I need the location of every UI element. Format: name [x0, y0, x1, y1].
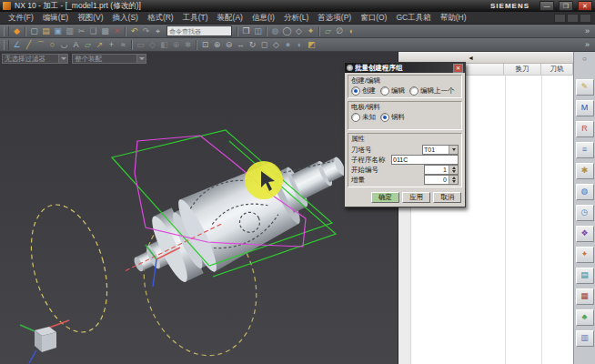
ok-button[interactable]: 确定 — [371, 192, 399, 203]
menu-assemblies[interactable]: 装配(A) — [213, 13, 247, 24]
close-button[interactable]: ✕ — [578, 1, 592, 11]
pin-icon[interactable]: ○ — [582, 55, 587, 63]
doc-close-button[interactable] — [580, 14, 591, 23]
shaded-edges-icon[interactable]: ◐ — [294, 39, 306, 51]
radio-edit[interactable]: 编辑 — [380, 86, 405, 96]
menu-format[interactable]: 格式(R) — [143, 13, 178, 24]
dialog-close-button[interactable]: ✕ — [453, 64, 463, 73]
chevron-down-icon[interactable] — [136, 55, 146, 63]
doc-minimize-button[interactable] — [554, 14, 566, 23]
view-manager-icon[interactable]: ◫ — [252, 25, 264, 37]
spin-down-icon[interactable] — [449, 180, 458, 185]
undo-icon[interactable]: ↶ — [128, 25, 140, 37]
spline-tool-icon[interactable]: ≈ — [117, 39, 129, 51]
print-icon[interactable]: ▥ — [64, 25, 76, 37]
constraint-navigator-icon[interactable]: M — [576, 100, 594, 116]
redo-icon[interactable]: ↷ — [140, 25, 152, 37]
offset-icon[interactable]: ◧ — [158, 39, 170, 51]
touch-mode-icon[interactable]: ⌖ — [152, 25, 164, 37]
fillet-tool-icon[interactable]: ◡ — [58, 39, 70, 51]
radio-steel[interactable]: 钢料 — [380, 113, 405, 122]
radio-icon[interactable] — [380, 86, 389, 96]
system-scenes-icon[interactable]: ♣ — [576, 309, 594, 326]
text-tool-icon[interactable]: A — [70, 39, 82, 51]
line-tool-icon[interactable]: ╱ — [23, 39, 35, 51]
trimetric-view-icon[interactable]: ◇ — [270, 39, 282, 51]
column-toolchange[interactable]: 换刀 — [504, 64, 541, 75]
menu-edit[interactable]: 编辑(E) — [38, 13, 73, 24]
rotate-view-icon[interactable]: ↻ — [247, 39, 258, 51]
selection-filter-dropdown[interactable]: 无选择过滤器 — [2, 54, 68, 64]
show-hide-icon[interactable]: ◐ — [346, 25, 358, 37]
model-canvas[interactable] — [0, 52, 398, 364]
menu-view[interactable]: 视图(V) — [73, 13, 107, 24]
start-number-stepper[interactable]: 1 — [424, 165, 459, 175]
menu-help[interactable]: 帮助(H) — [436, 13, 471, 24]
profile-tool-icon[interactable]: ∠ — [11, 39, 23, 51]
pattern-icon[interactable]: ▭ — [135, 39, 146, 51]
radio-icon[interactable] — [380, 113, 389, 122]
radio-icon[interactable] — [409, 86, 419, 96]
menu-insert[interactable]: 插入(S) — [108, 13, 143, 24]
panel-collapse-icon[interactable]: ◄ — [468, 55, 474, 61]
menu-gc-toolbox[interactable]: GC工具箱 — [391, 13, 435, 24]
templates-icon[interactable]: ▥ — [576, 330, 594, 347]
paste-icon[interactable]: ▩ — [99, 25, 111, 37]
arc-tool-icon[interactable]: ⌒ — [35, 39, 46, 51]
menu-preferences[interactable]: 首选项(P) — [313, 13, 356, 24]
project-icon[interactable]: ⊕ — [170, 39, 182, 51]
column-toolpath[interactable]: 刀轨 — [541, 64, 573, 75]
save-icon[interactable]: ▣ — [52, 25, 64, 37]
history-icon[interactable]: ◷ — [576, 205, 594, 221]
work-plane-icon[interactable]: ▱ — [322, 25, 334, 37]
radio-create[interactable]: 创建 — [351, 86, 376, 96]
manufacturing-wizard-icon[interactable]: ✦ — [576, 247, 594, 263]
zoom-in-icon[interactable]: ⊕ — [211, 39, 223, 51]
menu-information[interactable]: 信息(I) — [247, 13, 279, 24]
menu-analysis[interactable]: 分析(L) — [279, 13, 313, 24]
face-analysis-icon[interactable]: ◩ — [306, 39, 318, 51]
menu-window[interactable]: 窗口(O) — [356, 13, 391, 24]
selection-scope-dropdown[interactable]: 整个装配 — [72, 54, 146, 64]
graphics-viewport[interactable]: 无选择过滤器 整个装配 — [0, 52, 398, 364]
radio-unknown[interactable]: 未知 — [351, 113, 376, 122]
subprogram-name-input[interactable] — [391, 155, 459, 165]
measure-icon[interactable]: ∅ — [334, 25, 346, 37]
shaded-mode-icon[interactable]: ● — [282, 39, 294, 51]
radio-icon[interactable] — [351, 86, 360, 96]
shaded-view-icon[interactable]: ◍ — [269, 25, 281, 37]
hd3d-tools-icon[interactable]: ✱ — [576, 163, 594, 179]
cancel-button[interactable]: 取消 — [433, 192, 461, 203]
wireframe-view-icon[interactable]: ◯ — [281, 25, 293, 37]
open-file-icon[interactable]: ▤ — [40, 25, 52, 37]
menu-file[interactable]: 文件(F) — [4, 13, 38, 24]
intersect-icon[interactable]: ✱ — [182, 39, 194, 51]
web-browser-icon[interactable]: ◍ — [576, 184, 594, 200]
apply-button[interactable]: 应用 — [402, 192, 430, 203]
chevron-down-icon[interactable] — [58, 55, 67, 63]
copy-icon[interactable]: ❏ — [87, 25, 99, 37]
vector-icon[interactable]: ↗ — [94, 39, 106, 51]
radio-edit-previous[interactable]: 编辑上一个 — [409, 86, 455, 96]
mirror-icon[interactable]: ◇ — [146, 39, 158, 51]
increment-stepper[interactable]: 0 — [424, 175, 459, 185]
cut-icon[interactable]: ✂ — [76, 25, 87, 37]
snap-view-icon[interactable]: ✦ — [305, 25, 317, 37]
turret-select[interactable]: T01 — [422, 145, 459, 155]
zoom-out-icon[interactable]: ⊖ — [223, 39, 235, 51]
overflow-chevron-icon[interactable]: » — [581, 25, 593, 37]
toolbar-grip[interactable] — [4, 26, 9, 36]
process-studio-icon[interactable]: ❖ — [576, 226, 594, 242]
front-view-icon[interactable]: ◻ — [258, 39, 270, 51]
datum-plane-icon[interactable]: ▱ — [82, 39, 94, 51]
chevron-down-icon[interactable] — [449, 146, 458, 154]
delete-icon[interactable]: ✕ — [111, 25, 123, 37]
pan-icon[interactable]: ↔ — [235, 39, 247, 51]
reuse-library-icon[interactable]: ≡ — [576, 142, 594, 158]
system-materials-icon[interactable]: ▦ — [576, 288, 594, 305]
circle-tool-icon[interactable]: ○ — [46, 39, 58, 51]
command-finder-input[interactable] — [166, 25, 232, 36]
assembly-navigator-icon[interactable]: ✎ — [576, 79, 594, 96]
new-file-icon[interactable]: ▢ — [28, 25, 40, 37]
dialog-titlebar[interactable]: 批量创建程序组 ✕ — [345, 63, 465, 73]
